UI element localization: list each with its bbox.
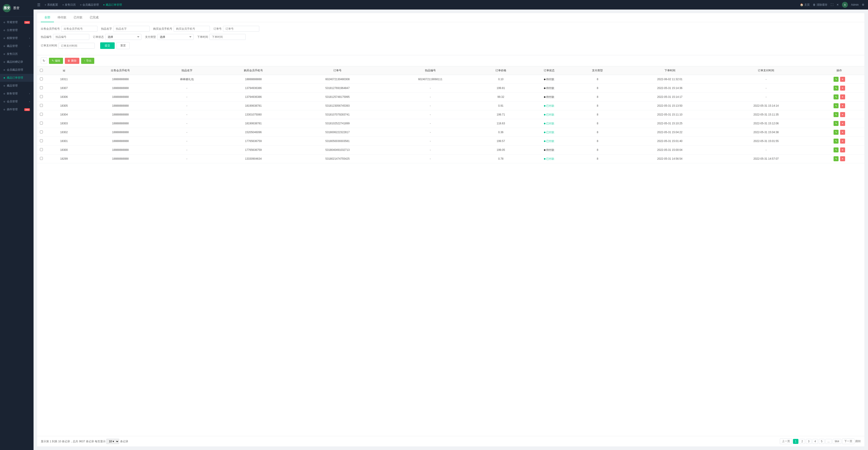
order-time-input[interactable] [209, 34, 246, 40]
row-edit-button[interactable]: ✎ [834, 94, 839, 99]
row-delete-button[interactable]: ✕ [840, 121, 845, 126]
row-checkbox[interactable] [40, 122, 43, 125]
row-delete-button[interactable]: ✕ [840, 112, 845, 117]
seller-phone-input[interactable] [61, 26, 97, 32]
cell-status: 已付款 [525, 155, 573, 163]
page-btn-1[interactable]: 1 [793, 439, 799, 444]
row-edit-button[interactable]: ✎ [834, 156, 839, 161]
page-btn-last[interactable]: 964 [833, 439, 841, 444]
page-btn-5[interactable]: 5 [819, 439, 825, 444]
pay-time-input[interactable] [59, 43, 95, 49]
row-delete-button[interactable]: ✕ [840, 94, 845, 99]
row-delete-button[interactable]: ✕ [840, 148, 845, 153]
cell-id: 18305 [45, 101, 83, 110]
sidebar-item-member[interactable]: 会员管理 › [0, 98, 34, 105]
sidebar-item-sale-calendar[interactable]: 发售日历 [0, 50, 34, 58]
row-delete-button[interactable]: ✕ [840, 156, 845, 161]
sidebar-item-transfer[interactable]: 藏品转赠记录 [0, 58, 34, 66]
cell-price: 118.63 [476, 119, 525, 128]
refresh-button[interactable]: ↻ [41, 58, 47, 64]
sidebar-item-plugin[interactable]: 插件管理 new [0, 105, 34, 114]
order-status-select[interactable]: 选择 待付款 已付款 已完成 [105, 34, 142, 40]
tab-all[interactable]: 全部 [41, 13, 54, 22]
page-btn-2[interactable]: 2 [799, 439, 805, 444]
hamburger-icon[interactable]: ☰ [37, 3, 40, 7]
edit-button[interactable]: ✎ 编辑 [49, 58, 63, 64]
export-button[interactable]: ↑ 导出 [81, 58, 94, 64]
next-page-button[interactable]: 下一页 [842, 439, 855, 444]
clear-cache-link[interactable]: 🗑 清除缓存 [813, 3, 828, 7]
sidebar-menu: 常规管理 new 分类管理 权限管理 › 藏品管理 › 发售日历 藏品转赠记录 … [0, 17, 34, 450]
nav-item-system[interactable]: 系统配置 [45, 3, 58, 7]
delete-button[interactable]: 🗑 删除 [65, 58, 79, 64]
row-edit-button[interactable]: ✎ [834, 112, 839, 117]
col-id: Id [45, 66, 83, 75]
item-name-input[interactable] [113, 26, 150, 32]
cell-order-no: 5318050039303581 [291, 137, 384, 146]
row-edit-button[interactable]: ✎ [834, 103, 839, 108]
row-edit-button[interactable]: ✎ [834, 86, 839, 91]
row-delete-button[interactable]: ✕ [840, 130, 845, 135]
fullscreen-button[interactable]: ⛶ [831, 3, 833, 6]
row-checkbox[interactable] [40, 130, 43, 133]
cell-order-no: 5318006222322817 [291, 128, 384, 137]
sidebar-item-category[interactable]: 分类管理 [0, 26, 34, 34]
nav-item-calendar[interactable]: 发售日历 [63, 3, 76, 7]
sidebar-item-member-collectibles[interactable]: 会员藏品管理 [0, 66, 34, 74]
row-delete-button[interactable]: ✕ [840, 77, 845, 82]
row-delete-button[interactable]: ✕ [840, 103, 845, 108]
item-no-input[interactable] [53, 34, 89, 40]
page-btn-3[interactable]: 3 [806, 439, 812, 444]
tab-completed[interactable]: 已完成 [86, 13, 102, 22]
nav-item-order[interactable]: 藏品订单管理 [103, 3, 122, 7]
sidebar-item-collectibles2[interactable]: 藏品管理 [0, 82, 34, 90]
close-button[interactable]: ✕ [837, 3, 839, 6]
row-checkbox[interactable] [40, 113, 43, 116]
data-table-wrapper: Id 出售会员手机号 拍品名字 购买会员手机号 订单号 拍品编号 订单价格 订单… [37, 66, 864, 436]
cell-actions: ✎ ✕ [814, 110, 864, 119]
cell-buyer: 18888888888 [216, 75, 291, 84]
row-checkbox[interactable] [40, 148, 43, 151]
sidebar-item-order-management[interactable]: 藏品订单管理 [0, 74, 34, 82]
row-edit-button[interactable]: ✎ [834, 121, 839, 126]
cell-pay-type: 8 [574, 119, 622, 128]
badge-new: new [24, 108, 30, 111]
cell-id: 18311 [45, 75, 83, 84]
pay-type-select[interactable]: 选择 [157, 34, 193, 40]
pagination-info: 显示第 1 到第 10 条记录，总共 9637 条记录 每页显示 10 ▾ 条记… [41, 439, 128, 444]
buyer-phone-input[interactable] [174, 26, 210, 32]
row-edit-button[interactable]: ✎ [834, 138, 839, 143]
cell-item-no: 6024072119068111 [384, 75, 476, 84]
sidebar-item-finance[interactable]: 财务管理 › [0, 90, 34, 98]
submit-button[interactable]: 提交 [100, 42, 115, 49]
select-all-checkbox[interactable] [40, 69, 43, 72]
per-page-select[interactable]: 10 ▾ [106, 439, 119, 444]
row-edit-button[interactable]: ✎ [834, 130, 839, 135]
menu-dot [4, 54, 5, 55]
row-checkbox[interactable] [40, 157, 43, 160]
row-edit-button[interactable]: ✎ [834, 148, 839, 153]
row-checkbox[interactable] [40, 86, 43, 89]
settings-icon[interactable]: ⚙ [862, 3, 864, 6]
prev-page-button[interactable]: 上一页 [780, 439, 792, 444]
sidebar-item-collectibles[interactable]: 藏品管理 › [0, 42, 34, 50]
row-checkbox[interactable] [40, 95, 43, 98]
sidebar-item-permission[interactable]: 权限管理 › [0, 34, 34, 42]
row-checkbox[interactable] [40, 104, 43, 107]
reset-button[interactable]: 重置 [117, 42, 130, 49]
page-btn-4[interactable]: 4 [812, 439, 818, 444]
tab-pending[interactable]: 待付款 [54, 13, 70, 22]
row-delete-button[interactable]: ✕ [840, 86, 845, 91]
row-checkbox[interactable] [40, 139, 43, 142]
tab-paid[interactable]: 已付款 [70, 13, 86, 22]
filter-label-order-time: 下单时间 [197, 35, 208, 39]
cell-pay-time: 2022-05-31 15:01:55 [718, 137, 814, 146]
cell-buyer: 13330904634 [216, 155, 291, 163]
row-delete-button[interactable]: ✕ [840, 138, 845, 143]
nav-item-member-collectibles[interactable]: 会员藏品管理 [80, 3, 99, 7]
sidebar-item-general[interactable]: 常规管理 new [0, 18, 34, 26]
home-link[interactable]: 🏠 主页 [800, 3, 810, 7]
row-checkbox[interactable] [40, 77, 43, 81]
order-no-input[interactable] [223, 26, 259, 32]
row-edit-button[interactable]: ✎ [834, 77, 839, 82]
